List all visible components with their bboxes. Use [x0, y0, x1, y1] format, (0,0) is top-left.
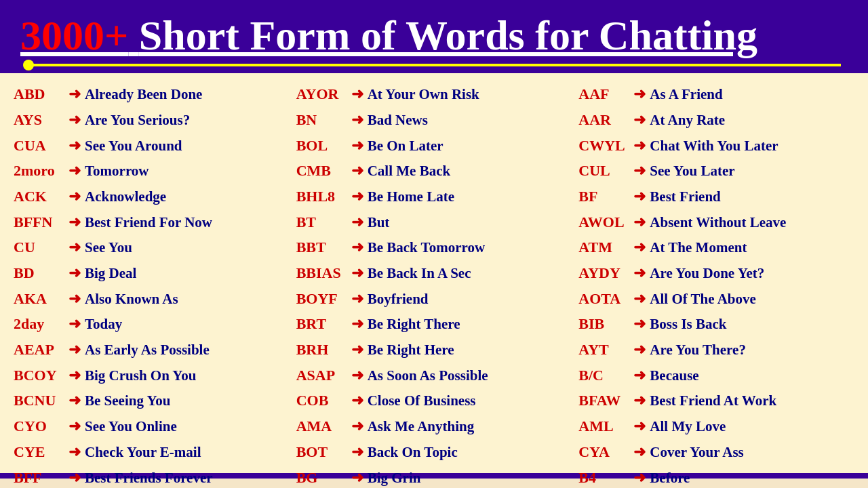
list-item: CUA➜See You Around: [14, 133, 290, 159]
abbreviation: BF: [578, 186, 629, 207]
arrow-icon: ➜: [68, 186, 81, 207]
definition-text: Be Right Here: [368, 340, 454, 359]
list-item: BOT➜Back On Topic: [296, 439, 572, 465]
abbreviation: AMA: [296, 416, 347, 436]
arrow-icon: ➜: [633, 289, 646, 309]
column-2: AYOR➜At Your Own RiskBN➜Bad NewsBOL➜Be O…: [296, 81, 572, 488]
definition-text: Be Back In A Sec: [368, 264, 471, 283]
list-item: ATM➜At The Moment: [578, 235, 854, 260]
list-item: COB➜Close Of Business: [296, 388, 572, 413]
list-item: BFFN➜Best Friend For Now: [14, 209, 290, 235]
abbreviation: CWYL: [578, 136, 629, 156]
list-item: B/C➜Because: [578, 363, 854, 388]
abbreviation: BRT: [296, 314, 347, 334]
arrow-icon: ➜: [351, 263, 363, 283]
definition-text: Be Home Late: [368, 187, 454, 206]
definition-text: Are You There?: [650, 340, 746, 359]
definition-text: At Your Own Risk: [368, 85, 479, 104]
arrow-icon: ➜: [351, 186, 363, 207]
abbreviation: BBT: [296, 237, 347, 258]
abbreviation: AWOL: [578, 212, 629, 232]
page-title: 3000+ Short Form of Words for Chatting: [20, 12, 848, 58]
list-item: BD➜Big Deal: [14, 260, 290, 286]
column-1: ABD➜Already Been DoneAYS➜Are You Serious…: [14, 81, 290, 488]
definition-text: Be On Later: [368, 136, 443, 155]
abbreviation: BHL8: [296, 186, 347, 207]
arrow-icon: ➜: [633, 390, 646, 411]
arrow-icon: ➜: [68, 263, 81, 283]
arrow-icon: ➜: [68, 161, 81, 181]
definition-text: Cover Your Ass: [650, 443, 743, 462]
definition-text: Today: [85, 314, 122, 333]
definition-text: Big Crush On You: [85, 366, 196, 385]
definition-text: Boss Is Back: [650, 314, 726, 333]
abbreviation: 2moro: [14, 161, 64, 181]
arrow-icon: ➜: [68, 340, 81, 360]
arrow-icon: ➜: [633, 84, 646, 104]
definition-text: Check Your E-mail: [85, 443, 201, 462]
list-item: BRH➜Be Right Here: [296, 337, 572, 363]
arrow-icon: ➜: [351, 84, 363, 104]
arrow-icon: ➜: [351, 365, 363, 386]
arrow-icon: ➜: [633, 442, 646, 462]
arrow-icon: ➜: [351, 161, 363, 181]
list-item: ABD➜Already Been Done: [14, 81, 290, 107]
list-item: CYO➜See You Online: [14, 413, 290, 439]
abbreviation: ASAP: [296, 365, 347, 386]
arrow-icon: ➜: [351, 110, 363, 130]
abbreviation: ACK: [14, 186, 64, 207]
definition-text: Tomorrow: [85, 161, 149, 180]
abbreviation: BRH: [296, 340, 347, 360]
arrow-icon: ➜: [633, 136, 646, 156]
list-item: AYS➜Are You Serious?: [14, 107, 290, 133]
definition-text: Acknowledge: [85, 187, 166, 206]
abbreviation: BD: [14, 263, 64, 283]
definition-text: Already Been Done: [85, 85, 202, 104]
definition-text: All My Love: [650, 417, 726, 436]
abbreviation: AYS: [14, 110, 64, 130]
abbreviation: B4: [578, 468, 629, 488]
definition-text: Before: [650, 468, 690, 487]
definition-text: Big Deal: [85, 264, 136, 283]
arrow-icon: ➜: [68, 289, 81, 309]
arrow-icon: ➜: [633, 365, 646, 386]
list-item: BT➜But: [296, 209, 572, 235]
arrow-icon: ➜: [68, 390, 81, 411]
list-item: B4➜Before: [578, 465, 854, 489]
arrow-icon: ➜: [633, 237, 646, 258]
definition-text: As Soon As Possible: [368, 366, 488, 385]
list-item: BHL8➜Be Home Late: [296, 184, 572, 209]
abbreviation: BOL: [296, 136, 347, 156]
abbreviation: AML: [578, 416, 629, 436]
definition-text: Are You Done Yet?: [650, 264, 764, 283]
abbreviation: BOYF: [296, 289, 347, 309]
arrow-icon: ➜: [351, 289, 363, 309]
definition-text: Also Known As: [85, 289, 178, 308]
abbreviation: CUA: [14, 136, 64, 156]
list-item: BBT➜Be Back Tomorrow: [296, 235, 572, 260]
definition-text: Ask Me Anything: [368, 417, 475, 436]
definition-text: See You Later: [650, 161, 734, 180]
arrow-icon: ➜: [68, 136, 81, 156]
arrow-icon: ➜: [633, 161, 646, 181]
definition-text: See You: [85, 238, 132, 257]
abbreviation: 2day: [14, 314, 64, 334]
list-item: ASAP➜As Soon As Possible: [296, 363, 572, 388]
arrow-icon: ➜: [351, 314, 363, 334]
abbreviation: BIB: [578, 314, 629, 334]
definition-text: Because: [650, 366, 698, 385]
arrow-icon: ➜: [68, 416, 81, 436]
list-item: BBIAS➜Be Back In A Sec: [296, 260, 572, 286]
abbreviation: AYOR: [296, 84, 347, 104]
list-item: AAF➜As A Friend: [578, 81, 854, 107]
list-item: BCNU➜Be Seeing You: [14, 388, 290, 413]
definition-text: Best Friends Forever: [85, 468, 213, 487]
definition-text: Be Seeing You: [85, 391, 170, 410]
abbreviation: ABD: [14, 84, 64, 104]
definition-text: See You Around: [85, 136, 182, 155]
number-highlight: 3000+: [20, 12, 128, 58]
header-underline: [27, 64, 841, 66]
definition-text: Best Friend At Work: [650, 391, 776, 410]
list-item: AYT➜Are You There?: [578, 337, 854, 363]
list-item: AOTA➜All Of The Above: [578, 286, 854, 312]
